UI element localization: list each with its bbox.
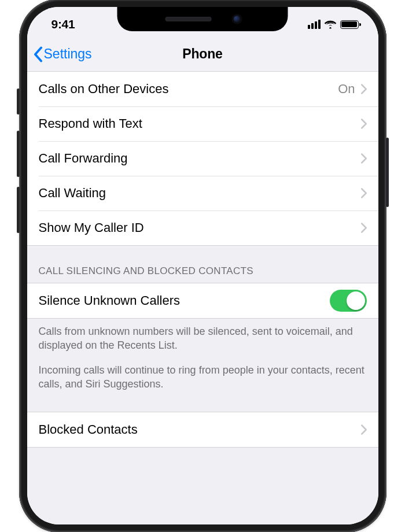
nav-bar: Settings Phone	[27, 37, 378, 72]
chevron-right-icon	[361, 119, 367, 129]
volume-down-button	[17, 187, 20, 233]
front-camera	[233, 16, 240, 23]
footer-paragraph-1: Calls from unknown numbers will be silen…	[39, 324, 367, 353]
row-label: Silence Unknown Callers	[39, 293, 330, 308]
back-button[interactable]: Settings	[33, 46, 92, 62]
wifi-icon	[324, 20, 337, 29]
row-calls-on-other-devices[interactable]: Calls on Other Devices On	[27, 72, 378, 106]
phone-frame: 9:41 Settings Phone	[19, 0, 386, 532]
side-button	[386, 138, 389, 207]
mute-switch	[17, 88, 20, 114]
row-label: Call Forwarding	[39, 151, 361, 166]
chevron-right-icon	[361, 223, 367, 233]
row-call-forwarding[interactable]: Call Forwarding	[27, 141, 378, 176]
back-label: Settings	[44, 46, 92, 62]
earpiece-speaker	[165, 17, 211, 21]
chevron-right-icon	[361, 84, 367, 94]
battery-fill	[341, 21, 357, 27]
volume-up-button	[17, 131, 20, 177]
chevron-right-icon	[361, 424, 367, 435]
row-silence-unknown-callers: Silence Unknown Callers	[27, 283, 378, 318]
switch-knob	[347, 291, 365, 310]
screen: 9:41 Settings Phone	[27, 7, 378, 524]
footer-paragraph-2: Incoming calls will continue to ring fro…	[39, 363, 367, 391]
row-label: Show My Caller ID	[39, 220, 361, 235]
row-value: On	[338, 82, 355, 97]
row-label: Call Waiting	[39, 186, 361, 201]
nav-title: Phone	[182, 46, 222, 62]
row-label: Blocked Contacts	[39, 422, 361, 437]
chevron-right-icon	[361, 188, 367, 198]
notch	[117, 7, 288, 31]
row-label: Calls on Other Devices	[39, 82, 338, 97]
spacer	[27, 401, 378, 412]
chevron-right-icon	[361, 153, 367, 164]
blocked-group: Blocked Contacts	[27, 412, 378, 447]
chevron-left-icon	[33, 46, 43, 62]
row-blocked-contacts[interactable]: Blocked Contacts	[27, 412, 378, 447]
row-respond-with-text[interactable]: Respond with Text	[27, 106, 378, 141]
section-header-silencing: CALL SILENCING AND BLOCKED CONTACTS	[27, 246, 378, 283]
content-scroll[interactable]: Calls on Other Devices On Respond with T…	[27, 72, 378, 524]
section-footer: Calls from unknown numbers will be silen…	[27, 319, 378, 391]
row-show-my-caller-id[interactable]: Show My Caller ID	[27, 210, 378, 245]
calls-group: Calls on Other Devices On Respond with T…	[27, 72, 378, 245]
silence-unknown-callers-switch[interactable]	[330, 290, 367, 312]
cellular-signal-icon	[308, 20, 321, 29]
row-label: Respond with Text	[39, 116, 361, 131]
row-call-waiting[interactable]: Call Waiting	[27, 176, 378, 210]
status-time: 9:41	[47, 13, 75, 31]
battery-icon	[340, 20, 359, 29]
status-right	[308, 15, 359, 29]
trailing-space	[27, 448, 378, 459]
